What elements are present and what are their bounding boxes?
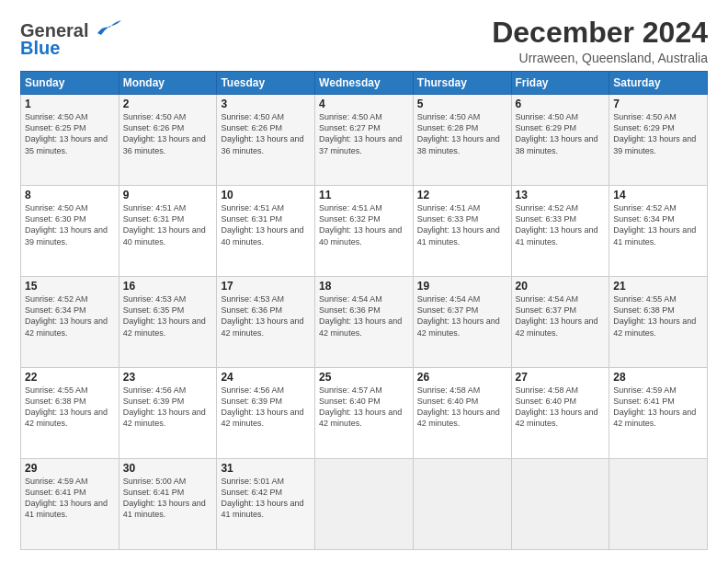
day-number: 26 [417,371,507,384]
table-row: 29Sunrise: 4:59 AMSunset: 6:41 PMDayligh… [21,459,119,550]
day-number: 22 [25,371,115,384]
table-row: 14Sunrise: 4:52 AMSunset: 6:34 PMDayligh… [609,186,708,277]
day-number: 6 [516,98,606,110]
logo-bird-icon [96,17,123,37]
day-info: Sunrise: 4:55 AMSunset: 6:38 PMDaylight:… [613,293,703,339]
logo: General Blue [20,17,123,59]
day-number: 16 [123,280,213,293]
day-info: Sunrise: 4:57 AMSunset: 6:40 PMDaylight:… [319,385,409,430]
header: General Blue December 2024 Urraween, Que… [20,17,708,65]
table-row: 26Sunrise: 4:58 AMSunset: 6:40 PMDayligh… [413,368,511,459]
day-number: 11 [319,189,409,201]
table-row: 17Sunrise: 4:53 AMSunset: 6:36 PMDayligh… [217,277,315,368]
calendar-header-row: Sunday Monday Tuesday Wednesday Thursday… [21,72,708,95]
day-info: Sunrise: 4:50 AMSunset: 6:25 PMDaylight:… [25,111,115,156]
day-info: Sunrise: 4:55 AMSunset: 6:38 PMDaylight:… [25,385,115,430]
day-info: Sunrise: 4:53 AMSunset: 6:36 PMDaylight:… [221,293,311,339]
day-info: Sunrise: 4:59 AMSunset: 6:41 PMDaylight:… [25,476,115,521]
day-info: Sunrise: 4:56 AMSunset: 6:39 PMDaylight:… [221,385,311,430]
table-row: 28Sunrise: 4:59 AMSunset: 6:41 PMDayligh… [609,368,708,459]
day-info: Sunrise: 4:58 AMSunset: 6:40 PMDaylight:… [516,385,606,430]
table-row: 27Sunrise: 4:58 AMSunset: 6:40 PMDayligh… [511,368,609,459]
logo-blue-text: Blue [20,38,60,58]
day-info: Sunrise: 4:50 AMSunset: 6:29 PMDaylight:… [516,111,606,156]
calendar-table: Sunday Monday Tuesday Wednesday Thursday… [20,71,708,550]
day-number: 7 [613,98,703,110]
day-number: 9 [123,189,213,201]
table-row: 13Sunrise: 4:52 AMSunset: 6:33 PMDayligh… [511,186,609,277]
title-area: December 2024 Urraween, Queensland, Aust… [492,17,708,65]
day-number: 10 [221,189,311,201]
table-row: 21Sunrise: 4:55 AMSunset: 6:38 PMDayligh… [609,277,708,368]
table-row: 18Sunrise: 4:54 AMSunset: 6:36 PMDayligh… [315,277,414,368]
day-info: Sunrise: 4:50 AMSunset: 6:29 PMDaylight:… [613,111,703,156]
col-monday: Monday [119,72,217,95]
day-info: Sunrise: 4:50 AMSunset: 6:26 PMDaylight:… [221,111,311,156]
table-row: 3Sunrise: 4:50 AMSunset: 6:26 PMDaylight… [217,95,315,186]
day-info: Sunrise: 4:50 AMSunset: 6:30 PMDaylight:… [25,202,115,247]
col-saturday: Saturday [609,72,708,95]
table-row: 15Sunrise: 4:52 AMSunset: 6:34 PMDayligh… [21,277,119,368]
location-title: Urraween, Queensland, Australia [492,51,708,65]
day-info: Sunrise: 4:54 AMSunset: 6:37 PMDaylight:… [516,293,606,339]
day-info: Sunrise: 4:53 AMSunset: 6:35 PMDaylight:… [123,293,213,339]
day-number: 18 [319,280,409,293]
day-info: Sunrise: 5:01 AMSunset: 6:42 PMDaylight:… [221,476,311,521]
page: General Blue December 2024 Urraween, Que… [0,0,728,563]
day-number: 12 [417,189,507,201]
day-info: Sunrise: 4:51 AMSunset: 6:32 PMDaylight:… [319,202,409,247]
day-number: 14 [613,189,703,201]
calendar-week-row: 29Sunrise: 4:59 AMSunset: 6:41 PMDayligh… [21,459,708,550]
day-number: 5 [417,98,507,110]
table-row: 19Sunrise: 4:54 AMSunset: 6:37 PMDayligh… [413,277,511,368]
day-number: 30 [123,462,213,475]
day-number: 28 [613,371,703,384]
table-row [511,459,609,550]
day-number: 8 [25,189,115,201]
calendar-week-row: 22Sunrise: 4:55 AMSunset: 6:38 PMDayligh… [21,368,708,459]
col-tuesday: Tuesday [217,72,315,95]
day-info: Sunrise: 4:50 AMSunset: 6:26 PMDaylight:… [123,111,213,156]
day-number: 17 [221,280,311,293]
table-row [609,459,708,550]
table-row: 25Sunrise: 4:57 AMSunset: 6:40 PMDayligh… [315,368,414,459]
table-row: 16Sunrise: 4:53 AMSunset: 6:35 PMDayligh… [119,277,217,368]
day-number: 20 [516,280,606,293]
day-info: Sunrise: 4:54 AMSunset: 6:36 PMDaylight:… [319,293,409,339]
day-number: 27 [516,371,606,384]
day-info: Sunrise: 4:51 AMSunset: 6:33 PMDaylight:… [417,202,507,247]
day-info: Sunrise: 4:50 AMSunset: 6:28 PMDaylight:… [417,111,507,156]
table-row: 20Sunrise: 4:54 AMSunset: 6:37 PMDayligh… [511,277,609,368]
day-info: Sunrise: 4:58 AMSunset: 6:40 PMDaylight:… [417,385,507,430]
table-row: 6Sunrise: 4:50 AMSunset: 6:29 PMDaylight… [511,95,609,186]
day-info: Sunrise: 5:00 AMSunset: 6:41 PMDaylight:… [123,476,213,521]
day-info: Sunrise: 4:52 AMSunset: 6:33 PMDaylight:… [516,202,606,247]
table-row: 8Sunrise: 4:50 AMSunset: 6:30 PMDaylight… [21,186,119,277]
calendar-week-row: 15Sunrise: 4:52 AMSunset: 6:34 PMDayligh… [21,277,708,368]
day-number: 13 [516,189,606,201]
table-row [413,459,511,550]
table-row: 4Sunrise: 4:50 AMSunset: 6:27 PMDaylight… [315,95,414,186]
day-number: 21 [613,280,703,293]
day-number: 2 [123,98,213,110]
day-info: Sunrise: 4:51 AMSunset: 6:31 PMDaylight:… [221,202,311,247]
day-info: Sunrise: 4:52 AMSunset: 6:34 PMDaylight:… [25,293,115,339]
table-row: 7Sunrise: 4:50 AMSunset: 6:29 PMDaylight… [609,95,708,186]
day-number: 19 [417,280,507,293]
day-number: 15 [25,280,115,293]
table-row: 11Sunrise: 4:51 AMSunset: 6:32 PMDayligh… [315,186,414,277]
day-info: Sunrise: 4:59 AMSunset: 6:41 PMDaylight:… [613,385,703,430]
day-info: Sunrise: 4:52 AMSunset: 6:34 PMDaylight:… [613,202,703,247]
month-title: December 2024 [492,17,708,49]
table-row: 9Sunrise: 4:51 AMSunset: 6:31 PMDaylight… [119,186,217,277]
day-info: Sunrise: 4:51 AMSunset: 6:31 PMDaylight:… [123,202,213,247]
table-row [315,459,414,550]
calendar-week-row: 8Sunrise: 4:50 AMSunset: 6:30 PMDaylight… [21,186,708,277]
day-info: Sunrise: 4:50 AMSunset: 6:27 PMDaylight:… [319,111,409,156]
col-thursday: Thursday [413,72,511,95]
day-number: 29 [25,462,115,475]
day-number: 3 [221,98,311,110]
day-number: 4 [319,98,409,110]
table-row: 23Sunrise: 4:56 AMSunset: 6:39 PMDayligh… [119,368,217,459]
table-row: 2Sunrise: 4:50 AMSunset: 6:26 PMDaylight… [119,95,217,186]
